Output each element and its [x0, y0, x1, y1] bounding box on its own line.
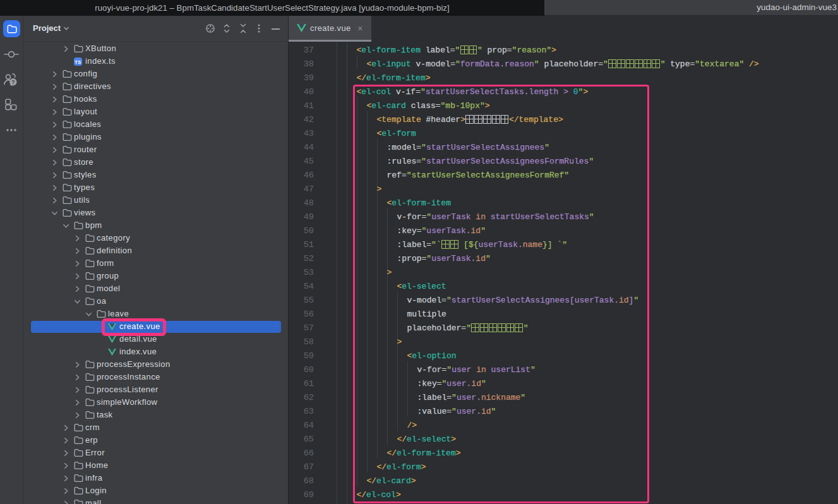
svg-text:TS: TS — [75, 59, 81, 64]
svg-text:?: ? — [11, 79, 15, 85]
